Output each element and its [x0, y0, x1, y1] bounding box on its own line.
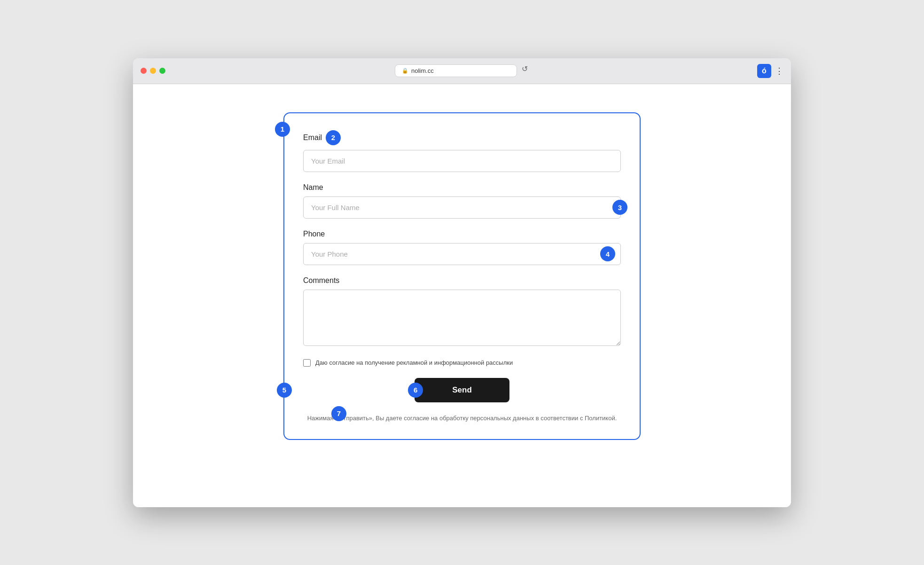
lock-icon: 🔒	[402, 68, 408, 74]
send-button-label: Send	[452, 385, 472, 395]
send-row: 5 6 Send	[303, 378, 621, 402]
name-group: Name 3	[303, 183, 621, 219]
email-label-row: Email 2	[303, 130, 621, 145]
annotation-badge-4: 4	[600, 246, 615, 261]
more-button[interactable]: ⋮	[775, 66, 783, 76]
comments-label: Comments	[303, 276, 621, 285]
name-input-wrapper: 3	[303, 196, 621, 219]
email-group: Email 2	[303, 130, 621, 172]
browser-actions: ó ⋮	[757, 64, 783, 78]
phone-input[interactable]	[303, 243, 621, 265]
extension-icon[interactable]: ó	[757, 64, 771, 78]
annotation-badge-5: 5	[277, 383, 292, 398]
annotation-badge-6: 6	[408, 383, 423, 398]
name-input[interactable]	[303, 196, 621, 219]
browser-window: 🔒 nolim.cc ↺ ó ⋮ 1 Email 2	[133, 58, 791, 507]
footer-text: Нажимая «Отправить», Вы даете согласие н…	[307, 415, 617, 422]
address-bar-inner[interactable]: 🔒 nolim.cc	[395, 64, 517, 77]
comments-textarea[interactable]	[303, 290, 621, 346]
form-card: Email 2 Name 3 Phon	[283, 112, 641, 440]
email-input[interactable]	[303, 150, 621, 172]
comments-group: Comments	[303, 276, 621, 348]
browser-content: 1 Email 2 Name 3	[133, 84, 791, 507]
annotation-badge-2: 2	[326, 130, 341, 145]
name-label: Name	[303, 183, 621, 192]
traffic-lights	[141, 68, 165, 74]
close-button[interactable]	[141, 68, 147, 74]
send-button[interactable]: 6 Send	[415, 378, 509, 402]
consent-label: Даю согласие на получение рекламной и ин…	[315, 359, 513, 366]
annotation-badge-1: 1	[275, 122, 290, 137]
email-label: Email	[303, 133, 322, 142]
consent-checkbox[interactable]	[303, 359, 311, 367]
maximize-button[interactable]	[159, 68, 165, 74]
email-input-wrapper	[303, 150, 621, 172]
footer-text-row: 7 Нажимая «Отправить», Вы даете согласие…	[303, 414, 621, 422]
address-bar: 🔒 nolim.cc ↺	[171, 64, 752, 77]
form-container-wrapper: 1 Email 2 Name 3	[283, 112, 641, 440]
phone-group: Phone 4	[303, 230, 621, 265]
annotation-badge-3: 3	[612, 200, 627, 215]
annotation-badge-7: 7	[331, 406, 346, 421]
minimize-button[interactable]	[150, 68, 156, 74]
url-text: nolim.cc	[411, 67, 434, 74]
phone-label: Phone	[303, 230, 621, 238]
phone-input-wrapper: 4	[303, 243, 621, 265]
consent-checkbox-row: Даю согласие на получение рекламной и ин…	[303, 359, 621, 367]
browser-titlebar: 🔒 nolim.cc ↺ ó ⋮	[133, 58, 791, 84]
reload-button[interactable]: ↺	[522, 64, 528, 77]
